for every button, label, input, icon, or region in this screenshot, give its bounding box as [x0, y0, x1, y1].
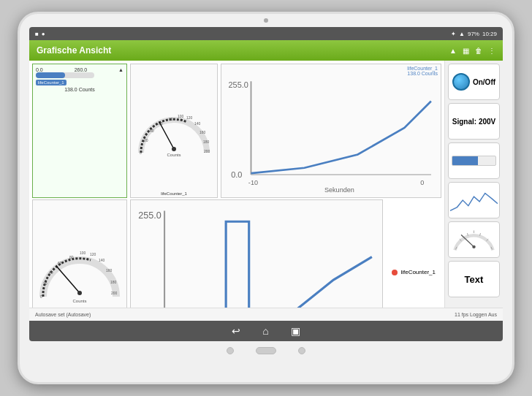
svg-text:120: 120 — [90, 252, 96, 256]
svg-text:20: 20 — [144, 138, 148, 142]
bluetooth-icon: ✦ — [451, 31, 456, 37]
svg-text:100: 100 — [80, 251, 86, 255]
svg-text:Counts: Counts — [72, 299, 86, 303]
svg-text:180: 180 — [110, 280, 117, 284]
svg-text:200: 200 — [111, 291, 118, 295]
svg-text:0: 0 — [140, 151, 142, 155]
svg-text:120: 120 — [186, 115, 193, 120]
wifi-icon: ▲ — [459, 31, 465, 37]
slider-values: 0.0 260.0 ▲ — [36, 67, 123, 72]
mini-chart-widget[interactable] — [448, 182, 500, 218]
svg-point-34 — [77, 291, 82, 295]
onoff-circle — [452, 73, 470, 91]
title-bar: Grafische Ansicht ▲ ▦ 🗑 ⋮ — [29, 40, 503, 61]
svg-text:180: 180 — [203, 140, 210, 144]
svg-line-11 — [159, 122, 174, 149]
bottom-status: Autosave set (Autosave) 11 fps Loggen Au… — [29, 308, 503, 321]
mini-gauge-svg — [452, 226, 496, 254]
svg-text:140: 140 — [99, 258, 105, 262]
nav-bar: ↩ ⌂ ▣ — [29, 321, 503, 341]
top-gauge: 0 20 40 60 80 100 120 140 160 180 200 — [130, 64, 218, 198]
svg-text:0: 0 — [420, 179, 424, 186]
top-row: 0.0 260.0 ▲ lifeCounter_1 138.0 Counts — [32, 64, 441, 198]
slider-name: lifeCounter_1 — [36, 80, 66, 85]
time-display: 10:29 — [482, 31, 497, 37]
autosave-status: Autosave set (Autosave) — [35, 312, 91, 317]
svg-text:80: 80 — [69, 255, 74, 259]
more-icon[interactable]: ⋮ — [488, 47, 495, 55]
battery-percent: 97% — [468, 31, 479, 37]
bar-widget[interactable] — [448, 142, 500, 179]
svg-text:-10: -10 — [248, 179, 258, 186]
fps-status: 11 fps Loggen Aus — [455, 312, 497, 317]
svg-text:140: 140 — [194, 121, 201, 126]
bar-fill — [452, 156, 478, 165]
slider-arrow: ▲ — [118, 67, 123, 72]
slider-max: 260.0 — [75, 67, 88, 72]
main-content: 0.0 260.0 ▲ lifeCounter_1 138.0 Counts — [29, 61, 503, 308]
wifi-status-icon: ▲ — [449, 47, 457, 55]
app-title: Grafische Ansicht — [37, 45, 111, 56]
slider-widget[interactable]: 0.0 260.0 ▲ lifeCounter_1 138.0 Counts — [32, 64, 127, 198]
status-bar-right: ✦ ▲ 97% 10:29 — [451, 31, 497, 37]
legend-dot — [392, 270, 398, 275]
svg-text:20: 20 — [43, 281, 48, 286]
svg-text:160: 160 — [106, 268, 113, 273]
top-chart-title: lifeCounter_1 138.0 Counts — [407, 66, 438, 76]
title-bar-icons: ▲ ▦ 🗑 ⋮ — [449, 47, 495, 55]
svg-text:80: 80 — [169, 117, 173, 121]
svg-text:200: 200 — [204, 149, 210, 153]
svg-text:40: 40 — [150, 129, 154, 133]
back-button[interactable]: ↩ — [232, 325, 240, 337]
status-bar-left: ■ ● — [35, 31, 45, 37]
mini-gauge-widget[interactable] — [448, 221, 500, 258]
top-chart: lifeCounter_1 138.0 Counts 255.0 0.0 -10 — [221, 64, 441, 198]
slider-min: 0.0 — [36, 67, 43, 72]
svg-text:160: 160 — [200, 130, 206, 134]
mini-chart-svg — [450, 186, 498, 215]
onoff-widget[interactable]: On/Off — [448, 64, 500, 100]
svg-text:40: 40 — [49, 270, 53, 275]
slider-count: 138.0 Counts — [36, 87, 123, 92]
onoff-label: On/Off — [473, 78, 495, 86]
trash-icon[interactable]: 🗑 — [475, 47, 482, 55]
svg-text:60: 60 — [58, 261, 62, 265]
svg-text:255.0: 255.0 — [228, 80, 248, 89]
slider-fill — [36, 72, 65, 78]
svg-text:255.0: 255.0 — [138, 210, 162, 221]
grid-icon[interactable]: ▦ — [463, 47, 469, 55]
status-icon-2: ● — [42, 31, 45, 37]
bottom-legend: lifeCounter_1 — [386, 199, 441, 308]
svg-point-44 — [472, 245, 475, 248]
slider-track[interactable] — [36, 72, 94, 78]
bottom-chart-svg: 255.0 0.0 -30 0 Sekunden — [134, 203, 379, 308]
signal-widget[interactable]: Signal: 200V — [448, 103, 500, 140]
top-chart-svg: 255.0 0.0 -10 0 Sekunden — [224, 75, 438, 194]
svg-text:Sekunden: Sekunden — [324, 186, 354, 194]
text-widget[interactable]: Text — [448, 261, 500, 297]
signal-label: Signal: 200V — [452, 118, 495, 126]
svg-text:100: 100 — [178, 114, 184, 118]
bottom-row: 0 20 40 60 80 100 120 140 160 180 200 — [32, 199, 441, 308]
hw-btn-right — [298, 347, 305, 354]
svg-point-12 — [172, 147, 176, 151]
tablet: ■ ● ✦ ▲ 97% 10:29 Grafische Ansicht ▲ ▦ … — [18, 12, 514, 384]
text-label: Text — [465, 274, 484, 285]
bottom-chart: 255.0 0.0 -30 0 Sekunden — [130, 199, 383, 308]
bottom-gauge: 0 20 40 60 80 100 120 140 160 180 200 — [32, 199, 127, 308]
right-panel: On/Off Signal: 200V — [444, 61, 503, 308]
svg-line-33 — [56, 266, 80, 293]
hw-btn-center — [256, 347, 276, 354]
dashboard-area: 0.0 260.0 ▲ lifeCounter_1 138.0 Counts — [29, 61, 444, 308]
gauge-svg-bottom: 0 20 40 60 80 100 120 140 160 180 200 — [36, 240, 123, 305]
status-bar: ■ ● ✦ ▲ 97% 10:29 — [29, 27, 503, 40]
recent-button[interactable]: ▣ — [291, 325, 300, 337]
home-button[interactable]: ⌂ — [262, 325, 268, 337]
tablet-screen: ■ ● ✦ ▲ 97% 10:29 Grafische Ansicht ▲ ▦ … — [29, 27, 503, 341]
legend-label: lifeCounter_1 — [400, 269, 436, 275]
camera-dot — [264, 18, 268, 23]
hw-btn-left — [227, 347, 234, 354]
top-gauge-label: lifeCounter_1 — [131, 191, 217, 196]
svg-text:0: 0 — [40, 294, 42, 299]
gauge-svg-top: 0 20 40 60 80 100 120 140 160 180 200 — [134, 102, 214, 160]
